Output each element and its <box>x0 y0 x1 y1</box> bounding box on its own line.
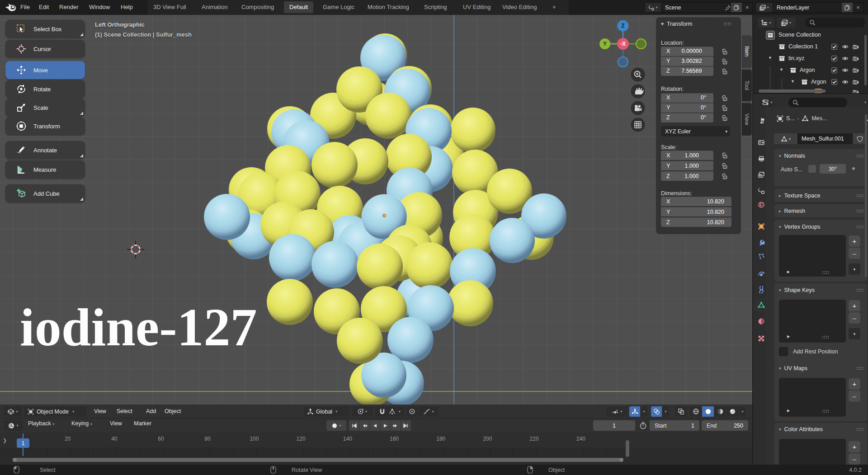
svg-text:Z: Z <box>621 23 624 29</box>
svg-text:Y: Y <box>603 41 607 47</box>
svg-text:-X: -X <box>620 41 626 47</box>
